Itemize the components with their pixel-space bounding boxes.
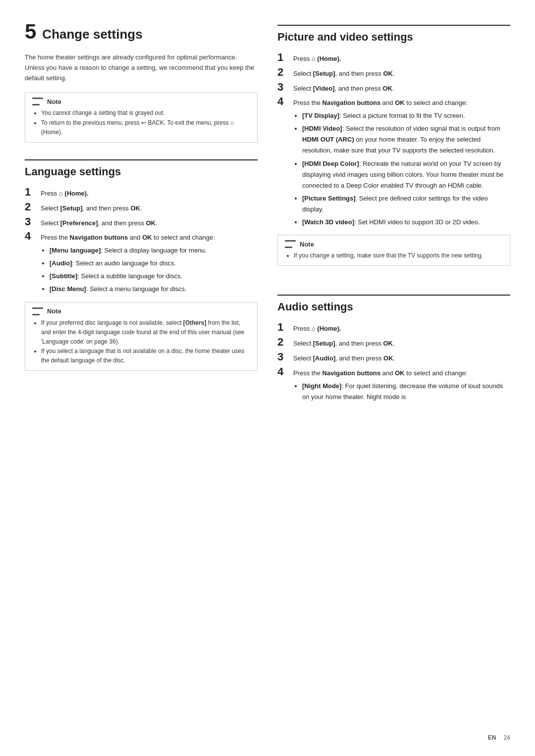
picture-note-item-1: If you change a setting, make sure that … xyxy=(294,251,503,260)
audio-steps: 1 Press ⌂ (Home). 2 Select [Setup], and … xyxy=(277,321,510,404)
main-note-item-1: You cannot change a setting that is gray… xyxy=(41,108,250,118)
picture-note-box: Note If you change a setting, make sure … xyxy=(277,235,510,266)
language-sub-item-1: [Menu language]: Select a display langua… xyxy=(50,245,258,256)
main-note-box: Note You cannot change a setting that is… xyxy=(25,92,258,143)
intro-paragraph: The home theater settings are already co… xyxy=(25,52,258,83)
main-note-header: Note xyxy=(32,98,250,105)
picture-video-heading: Picture and video settings xyxy=(277,25,510,44)
language-note-list: If your preferred disc language is not a… xyxy=(32,318,250,366)
picture-sub-item-1: [TV Display]: Select a picture format to… xyxy=(302,110,510,121)
language-steps: 1 Press ⌂ (Home). 2 Select [Setup], and … xyxy=(25,186,258,297)
picture-sub-item-5: [Watch 3D video]: Set HDMI video to supp… xyxy=(302,217,510,228)
page-number: EN 24 xyxy=(488,734,510,741)
language-note-box: Note If your preferred disc language is … xyxy=(25,302,258,371)
language-note-header: Note xyxy=(32,307,250,315)
note-icon xyxy=(32,98,43,105)
audio-step-1: 1 Press ⌂ (Home). xyxy=(277,321,510,334)
audio-step-3: 3 Select [Audio], and then press OK. xyxy=(277,351,510,364)
picture-steps: 1 Press ⌂ (Home). 2 Select [Setup], and … xyxy=(277,51,510,230)
picture-video-section: Picture and video settings 1 Press ⌂ (Ho… xyxy=(277,20,510,278)
picture-note-header: Note xyxy=(285,240,503,248)
main-note-list: You cannot change a setting that is gray… xyxy=(32,108,250,137)
language-sub-item-4: [Disc Menu]: Select a menu language for … xyxy=(50,284,258,295)
language-sub-item-2: [Audio]: Select an audio language for di… xyxy=(50,258,258,269)
picture-sub-item-2: [HDMI Video]: Select the resolution of v… xyxy=(302,123,510,156)
language-settings-section: Language settings 1 Press ⌂ (Home). 2 Se… xyxy=(25,154,258,383)
audio-sub-list: [Night Mode]: For quiet listening, decre… xyxy=(293,381,510,403)
picture-step-4: 4 Press the Navigation buttons and OK to… xyxy=(277,96,510,230)
language-step-2: 2 Select [Setup], and then press OK. xyxy=(25,201,258,214)
picture-step-3: 3 Select [Video], and then press OK. xyxy=(277,81,510,94)
language-step-1: 1 Press ⌂ (Home). xyxy=(25,186,258,199)
language-note-item-1: If your preferred disc language is not a… xyxy=(41,318,250,347)
audio-step-2: 2 Select [Setup], and then press OK. xyxy=(277,336,510,349)
picture-note-icon xyxy=(285,240,296,248)
audio-settings-heading: Audio settings xyxy=(277,295,510,313)
picture-sub-item-3: [HDMI Deep Color]: Recreate the natural … xyxy=(302,158,510,191)
picture-step-1: 1 Press ⌂ (Home). xyxy=(277,51,510,64)
audio-settings-section: Audio settings 1 Press ⌂ (Home). 2 Selec… xyxy=(277,290,510,409)
language-sub-list: [Menu language]: Select a display langua… xyxy=(41,245,258,295)
language-sub-item-3: [Subtitle]: Select a subtitle language f… xyxy=(50,271,258,282)
picture-step-2: 2 Select [Setup], and then press OK. xyxy=(277,66,510,79)
language-step-3: 3 Select [Preference], and then press OK… xyxy=(25,216,258,229)
language-note-item-2: If you select a language that is not ava… xyxy=(41,347,250,365)
main-note-item-2: To return to the previous menu, press ↩ … xyxy=(41,118,250,137)
language-note-icon xyxy=(32,307,43,315)
picture-sub-item-4: [Picture Settings]: Select pre defined c… xyxy=(302,193,510,215)
picture-sub-list: [TV Display]: Select a picture format to… xyxy=(293,110,510,228)
picture-note-list: If you change a setting, make sure that … xyxy=(285,251,503,260)
language-step-4: 4 Press the Navigation buttons and OK to… xyxy=(25,230,258,297)
audio-step-4: 4 Press the Navigation buttons and OK to… xyxy=(277,366,510,404)
audio-sub-item-1: [Night Mode]: For quiet listening, decre… xyxy=(302,381,510,403)
chapter-title: 5Change settings xyxy=(25,20,258,44)
language-settings-heading: Language settings xyxy=(25,159,258,178)
